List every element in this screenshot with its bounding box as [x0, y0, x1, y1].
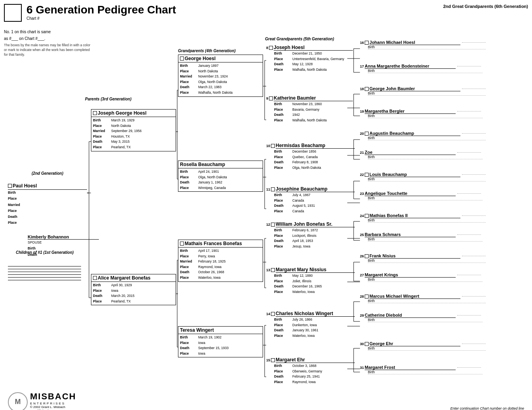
person-1: Paul Hoesl Birth Place Married Place Dea… — [8, 183, 87, 226]
p10-checkbox — [271, 144, 275, 148]
p11-num: 11 — [266, 187, 270, 191]
logo-enterprises: ENTERPRISES — [30, 402, 76, 405]
person-31: 31 Margaret Frost Birth — [360, 365, 483, 374]
p8-details: BirthDecember 21, 1850 PlaceUntertresenf… — [274, 51, 353, 72]
p3-details: BirthApril 30, 1929 PlaceIowa DeathMarch… — [91, 282, 176, 305]
gen-label-grandparents: Grandparents (4th Generation) — [178, 49, 236, 53]
p11-details: BirthJuly 4, 1867 PlaceCanada DeathAugus… — [274, 193, 355, 214]
p12-checkbox — [271, 223, 275, 227]
person-19: 19 Margaretha Bergler Birth — [360, 109, 483, 118]
p18-name: George John Baumler — [369, 86, 460, 91]
p14-num: 14 — [266, 312, 270, 316]
p2-name: Joseph George Hoesl — [98, 110, 146, 116]
person-14: 14 Charles Nicholas Wingert BirthJuly 26… — [266, 311, 355, 338]
person-3: Alice Margaret Bonefas BirthApril 30, 19… — [91, 274, 176, 305]
p6-name: Mathais Frances Bonefas — [185, 241, 242, 246]
p31-name: Margaret Frost — [365, 365, 456, 370]
person-13: 13 Margaret Mary Nissius BirthMay 12, 18… — [266, 267, 355, 295]
spouse-label: SPOUSE — [28, 240, 99, 246]
p15-checkbox — [271, 358, 275, 362]
person-6: Mathais Frances Bonefas BirthApril 17, 1… — [178, 240, 263, 282]
p3-checkbox — [93, 276, 97, 280]
p4-name: George Hoesl — [185, 56, 216, 61]
p7-details: BirthMarch 19, 1902 PlaceIowa DeathSepte… — [178, 334, 263, 357]
p19-name: Margaretha Bergler — [365, 109, 456, 114]
p14-checkbox — [271, 312, 275, 316]
person-8: 8 Joseph Hoesl BirthDecember 21, 1850 Pl… — [266, 45, 353, 72]
spouse-kimberly: Kimberly Bohannon SPOUSE Birth Death — [28, 234, 99, 258]
gen-label-parents: Parents (3rd Generation) — [85, 97, 131, 101]
p6-details: BirthApril 17, 1901 PlacePerry, Iowa Mar… — [178, 248, 263, 282]
person-2: Joseph George Hoesl BirthMarch 19, 1929 … — [91, 109, 176, 151]
spouse-name: Kimberly Bohannon — [28, 234, 99, 240]
person-7: Teresa Wingert BirthMarch 19, 1902 Place… — [178, 326, 263, 357]
person-11: 11 Josephine Beauchamp BirthJuly 4, 1867… — [266, 186, 355, 214]
p22-name: Louis Beauchamp — [369, 172, 460, 177]
person-27: 27 Margaret Krings Birth — [360, 272, 483, 282]
p8-checkbox — [269, 46, 273, 50]
p8-num: 8 — [266, 46, 268, 50]
page: 6 Generation Pedigree Chart Chart # 2nd … — [0, 0, 532, 410]
p1-checkbox — [8, 184, 12, 188]
person-18: 18 George John Baumler Birth — [360, 86, 486, 96]
p28-name: Marcus Michael Wingert — [369, 294, 460, 299]
p13-num: 13 — [266, 268, 270, 272]
p24-name: Mathias Bonefas II — [369, 213, 460, 218]
children-lines — [8, 266, 81, 283]
p15-name: Margaret Ehr — [276, 357, 355, 363]
p11-name: Josephine Beauchamp — [276, 186, 355, 192]
p26-name: Frank Nisius — [369, 253, 460, 259]
p23-name: Angelique Touchette — [365, 191, 456, 196]
p6-checkbox — [180, 242, 184, 246]
person-24: 24 Mathias Bonefas II Birth — [360, 213, 486, 223]
p10-name: Hermisdas Beachamp — [276, 143, 355, 149]
p16-name: Johann Michael Hoesl — [369, 40, 460, 45]
person-21: 21 Zoe Birth — [360, 150, 483, 159]
p9-num: 9 — [266, 96, 268, 100]
person-20: 20 Augustin Beauchamp Birth — [360, 131, 486, 140]
person-29: 29 Catherine Diebold Birth — [360, 313, 483, 322]
p13-details: BirthMay 12, 1880 PlaceJoliet, Illinois … — [274, 273, 355, 295]
p30-name: George Ehr — [369, 341, 460, 346]
p3-name: Alice Margaret Bonefas — [98, 275, 150, 281]
gen-label-great: Great Grandparents (5th Generation) — [265, 37, 334, 41]
p13-name: Margaret Mary Nissius — [276, 267, 355, 273]
person-5: Rosella Beauchamp BirthApril 24, 1901 Pl… — [178, 161, 263, 192]
p1-details: Birth Place Married Place Death Place — [8, 190, 87, 226]
p14-name: Charles Nicholas Wingert — [276, 311, 355, 317]
p20-name: Augustin Beauchamp — [369, 131, 460, 136]
p12-name: William John Bonefas Sr. — [276, 221, 355, 227]
person-28: 28 Marcus Michael Wingert Birth — [360, 294, 486, 303]
p5-name: Rosella Beauchamp — [180, 162, 225, 167]
p8-name: Joseph Hoesl — [274, 45, 353, 51]
p9-checkbox — [269, 96, 273, 100]
person-12: 12 William John Bonefas Sr. BirthFebruar… — [266, 221, 355, 249]
person-22: 22 Louis Beauchamp Birth — [360, 172, 486, 181]
p25-name: Barbara Schmars — [365, 232, 456, 237]
logo-icon: M — [8, 392, 28, 410]
p14-details: BirthJuly 26, 1866 PlaceDunkerton, Iowa … — [274, 317, 355, 338]
gen-label-2nd-great: 2nd Great Grandparents (6th Generation) — [443, 4, 528, 9]
person-16: 16 Johann Michael Hoesl Birth — [360, 40, 486, 49]
p29-name: Catherine Diebold — [365, 313, 456, 318]
p11-checkbox — [271, 187, 275, 191]
p10-details: BirthDecember 1856 PlaceQuebec, Canada D… — [274, 149, 355, 170]
logo-area: M MISBACH ENTERPRISES © 2002 Grant L. Mi… — [8, 391, 76, 410]
chart-area: Parents (3rd Generation) (2nd Generation… — [4, 25, 528, 410]
person-30: 30 George Ehr Birth — [360, 341, 486, 351]
p9-name: Katherine Baumler — [274, 95, 353, 101]
person-9: 9 Katherine Baumler BirthNovember 23, 18… — [266, 95, 353, 123]
p2-checkbox — [93, 111, 97, 115]
gen-label-2nd: (2nd Generation) — [32, 171, 63, 176]
person-25: 25 Barbara Schmars Birth — [360, 232, 483, 242]
p27-name: Margaret Krings — [365, 272, 456, 278]
footer-note: Enter continuation Chart number on dotte… — [450, 406, 524, 410]
p2-details: BirthMarch 19, 1929 PlaceNorth Dakota Ma… — [91, 117, 176, 151]
p15-details: BirthOctober 3, 1868 PlaceOberweis, Germ… — [274, 363, 355, 385]
p12-details: BirthFebruary 6, 1872 PlaceLockport, Ill… — [274, 228, 355, 249]
person-17: 17 Anna Margarethe Bodensteiner Birth — [360, 64, 483, 73]
chart-box — [4, 4, 22, 22]
page-title: 6 Generation Pedigree Chart — [27, 4, 176, 16]
p21-name: Zoe — [365, 150, 456, 155]
p4-details: BirthJanuary 1897 PlaceNorth Dakota Marr… — [178, 62, 263, 96]
